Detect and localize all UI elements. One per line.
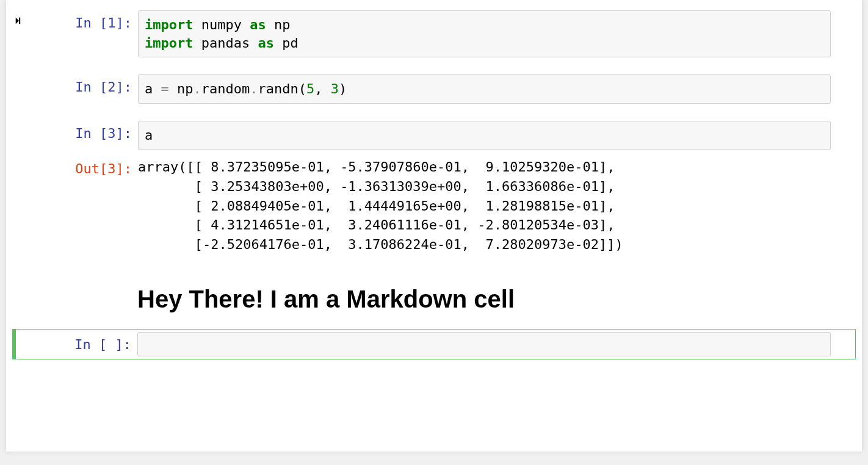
- run-indicator-icon[interactable]: [13, 10, 25, 25]
- code-input[interactable]: import numpy as np import pandas as pd: [138, 10, 831, 57]
- code-cell-empty[interactable]: In [ ]:: [12, 329, 856, 359]
- code-cell-2[interactable]: In [2]: a = np.random.randn(5, 3): [12, 71, 856, 107]
- input-prompt: In [2]:: [25, 74, 138, 95]
- markdown-heading: Hey There! I am a Markdown cell: [137, 286, 856, 313]
- input-prompt: In [1]:: [25, 10, 138, 31]
- code-input[interactable]: a = np.random.randn(5, 3): [138, 74, 831, 104]
- svg-rect-0: [19, 18, 20, 24]
- code-cell-3-output: Out[3]: array([[ 8.37235095e-01, -5.3790…: [12, 154, 856, 260]
- code-output: array([[ 8.37235095e-01, -5.37907860e-01…: [138, 156, 831, 257]
- notebook-container: In [1]: import numpy as np import pandas…: [6, 0, 862, 452]
- markdown-cell[interactable]: Hey There! I am a Markdown cell: [12, 261, 856, 325]
- code-cell-3[interactable]: In [3]: a: [12, 118, 856, 153]
- output-prompt: Out[3]:: [25, 156, 138, 176]
- code-input[interactable]: a: [138, 121, 831, 150]
- input-prompt: In [3]:: [25, 121, 138, 141]
- input-prompt: In [ ]:: [28, 332, 137, 352]
- code-cell-1[interactable]: In [1]: import numpy as np import pandas…: [12, 7, 856, 60]
- code-input[interactable]: [137, 332, 831, 356]
